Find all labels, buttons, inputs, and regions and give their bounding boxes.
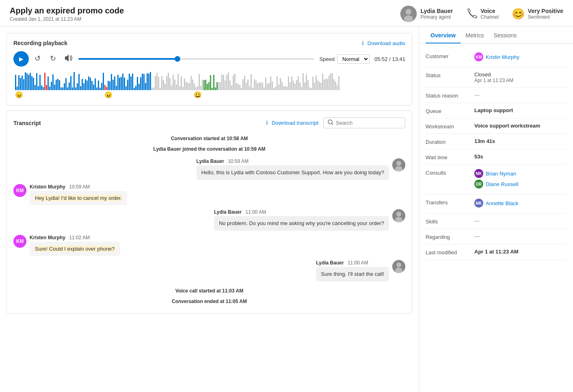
speed-control: Speed 0.5x 0.75x Normal 1.25x 1.5x 2x bbox=[319, 54, 370, 64]
waveform bbox=[13, 70, 405, 90]
svg-point-2 bbox=[404, 15, 413, 22]
consult-2: DR Diane Russell bbox=[474, 180, 567, 188]
status-reason-label: Status reason bbox=[426, 92, 474, 99]
download-transcript-link[interactable]: ⇩ Download transcript bbox=[265, 120, 318, 126]
customer-linked-name[interactable]: Kristin Murphy bbox=[486, 54, 519, 60]
download-audio-label: Download audio bbox=[368, 40, 405, 46]
status-date: Apr 1 at 11:23 AM bbox=[474, 78, 567, 83]
status-value: Closed Apr 1 at 11:23 AM bbox=[474, 71, 567, 83]
search-input[interactable] bbox=[336, 120, 401, 126]
consult-1-name[interactable]: Brian Nyman bbox=[486, 171, 516, 177]
agent-msg-avatar-3 bbox=[392, 260, 405, 273]
channel-label: Voice bbox=[480, 8, 499, 14]
tab-metrics[interactable]: Metrics bbox=[461, 26, 489, 43]
svg-point-6 bbox=[328, 120, 332, 124]
message-content-agent-3: Lydia Bauer 11:00 AM Sure thing. I'll st… bbox=[316, 260, 389, 282]
sentiment-info: Very Positive Sentiment bbox=[528, 8, 563, 20]
panel-tabs: Overview Metrics Sessions bbox=[419, 26, 573, 43]
message-bubble-agent-2: No problem. Do you mind me asking why yo… bbox=[214, 216, 389, 231]
message-bubble-agent-1: Hello, this is Lydia with Contoso Custom… bbox=[197, 165, 389, 180]
duration-label: Duration bbox=[426, 138, 474, 145]
transfer-1-name[interactable]: Annette Black bbox=[486, 200, 518, 206]
time-current: 05:52 bbox=[374, 56, 388, 62]
main-content: Recording playback ⇩ Download audio ▶ ↺ … bbox=[0, 26, 573, 392]
info-row-duration: Duration 13m 41s bbox=[426, 134, 567, 149]
left-panel: Recording playback ⇩ Download audio ▶ ↺ … bbox=[0, 26, 419, 392]
transcript-header: Transcript ⇩ Download transcript bbox=[13, 117, 405, 128]
message-bubble-customer-2: Sure! Could I explain over phone? bbox=[30, 242, 120, 256]
forward-button[interactable]: ↻ bbox=[49, 53, 60, 65]
message-bubble-customer-1: Hey Lydia! I'd like to cancel my order. bbox=[30, 191, 127, 206]
page-header: Apply an expired promo code Created Jan … bbox=[0, 0, 573, 26]
audio-controls: ▶ ↺ ↻ bbox=[13, 51, 405, 67]
svg-point-9 bbox=[396, 161, 401, 166]
seek-bar[interactable] bbox=[78, 58, 314, 60]
time-total: 13:41 bbox=[392, 56, 405, 62]
seek-thumb bbox=[175, 56, 180, 62]
message-meta-customer-2: Kristen Murphy 11:02 AM bbox=[30, 235, 120, 240]
message-bubble-agent-3: Sure thing. I'll start the call! bbox=[316, 267, 389, 282]
transcript-actions: ⇩ Download transcript bbox=[265, 117, 405, 128]
tab-sessions[interactable]: Sessions bbox=[489, 26, 521, 43]
info-row-regarding: Regarding --- bbox=[426, 229, 567, 245]
svg-point-15 bbox=[396, 262, 401, 267]
message-meta-agent-2: Lydia Bauer 11:00 AM bbox=[214, 209, 389, 215]
message-content-customer-2: Kristen Murphy 11:02 AM Sure! Could I ex… bbox=[30, 235, 120, 256]
regarding-label: Regarding bbox=[426, 233, 474, 240]
channel-block: Voice Channel bbox=[466, 7, 499, 21]
recording-card-header: Recording playback ⇩ Download audio bbox=[13, 40, 405, 46]
status-reason-value: --- bbox=[474, 92, 567, 98]
volume-button[interactable] bbox=[65, 54, 74, 64]
message-agent-1: Lydia Bauer 10:59 AM Hello, this is Lydi… bbox=[13, 158, 405, 180]
message-content-customer-1: Kristen Murphy 10:59 AM Hey Lydia! I'd l… bbox=[30, 184, 127, 206]
seek-track[interactable] bbox=[78, 58, 314, 60]
recording-title: Recording playback bbox=[13, 40, 67, 46]
svg-marker-5 bbox=[65, 54, 69, 62]
tab-overview[interactable]: Overview bbox=[426, 26, 461, 43]
header-right: Lydia Bauer Primary agent Voice Channel … bbox=[400, 6, 564, 22]
transfers-label: Transfers bbox=[426, 199, 474, 206]
transfer-1: MK Annette Black bbox=[474, 199, 567, 208]
svg-text:↻: ↻ bbox=[50, 54, 56, 63]
transcript-search-box[interactable] bbox=[323, 117, 405, 128]
seek-fill bbox=[78, 58, 177, 60]
created-date: Created Jan 1, 2021 at 11:23 AM bbox=[10, 16, 124, 22]
download-transcript-label: Download transcript bbox=[272, 120, 318, 126]
download-audio-link[interactable]: ⇩ Download audio bbox=[361, 40, 405, 46]
voice-icon bbox=[466, 7, 477, 21]
system-message-voice: Voice call started at 11:03 AM bbox=[13, 286, 405, 296]
agent-msg-avatar-2 bbox=[392, 209, 405, 222]
message-agent-3: Lydia Bauer 11:00 AM Sure thing. I'll st… bbox=[13, 260, 405, 282]
customer-value: KM Kristin Murphy bbox=[474, 52, 567, 63]
sentiment-icon: 😊 bbox=[512, 8, 525, 20]
info-row-queue: Queue Laptop support bbox=[426, 103, 567, 119]
status-label: Status bbox=[426, 71, 474, 78]
agent-msg-avatar-1 bbox=[392, 158, 405, 171]
speed-select[interactable]: 0.5x 0.75x Normal 1.25x 1.5x 2x bbox=[337, 54, 370, 64]
highlight-text-2: Sure! Could I explain over phone? bbox=[35, 246, 115, 252]
message-meta-agent-3: Lydia Bauer 11:00 AM bbox=[316, 260, 389, 266]
info-row-wait-time: Wait time 53s bbox=[426, 149, 567, 165]
message-customer-2: KM Kristen Murphy 11:02 AM Sure! Could I… bbox=[13, 235, 405, 256]
channel-info: Voice Channel bbox=[480, 8, 499, 20]
duration-value: 13m 41s bbox=[474, 138, 567, 144]
agent-details: Lydia Bauer Primary agent bbox=[421, 8, 453, 20]
rewind-button[interactable]: ↺ bbox=[34, 53, 44, 65]
sentiment-marker-2: 😠 bbox=[104, 91, 112, 99]
customer-avatar-1: KM bbox=[13, 184, 26, 197]
download-audio-icon: ⇩ bbox=[361, 40, 365, 46]
info-row-consults: Consults MK Brian Nyman DR Diane Russell bbox=[426, 165, 567, 195]
regarding-value: --- bbox=[474, 233, 567, 239]
customer-linked: KM Kristin Murphy bbox=[474, 52, 567, 61]
info-row-workstream: Workstream Voice support workstream bbox=[426, 119, 567, 134]
svg-line-7 bbox=[332, 123, 333, 125]
consult-2-name[interactable]: Diane Russell bbox=[486, 181, 518, 187]
agent-avatar bbox=[400, 6, 417, 22]
play-button[interactable]: ▶ bbox=[13, 51, 29, 67]
workstream-value: Voice support workstream bbox=[474, 123, 567, 129]
message-content-agent-2: Lydia Bauer 11:00 AM No problem. Do you … bbox=[214, 209, 389, 231]
system-message-joined: Lydia Bauer joined the conversation at 1… bbox=[13, 144, 405, 154]
panel-overview-content: Customer KM Kristin Murphy Status Closed… bbox=[419, 43, 573, 265]
wait-time-value: 53s bbox=[474, 154, 567, 160]
message-agent-2: Lydia Bauer 11:00 AM No problem. Do you … bbox=[13, 209, 405, 231]
